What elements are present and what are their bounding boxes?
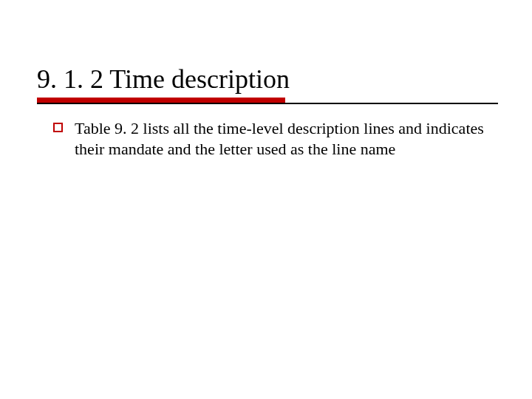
hollow-square-icon [53, 123, 63, 132]
svg-rect-0 [54, 123, 62, 132]
divider-line [37, 103, 498, 104]
bullet-text: Table 9. 2 lists all the time-level desc… [75, 118, 488, 160]
title-underline [37, 98, 488, 105]
slide-title: 9. 1. 2 Time description [37, 65, 488, 95]
list-item: Table 9. 2 lists all the time-level desc… [37, 118, 488, 160]
accent-bar [37, 98, 285, 103]
slide: 9. 1. 2 Time description Table 9. 2 list… [0, 0, 532, 399]
